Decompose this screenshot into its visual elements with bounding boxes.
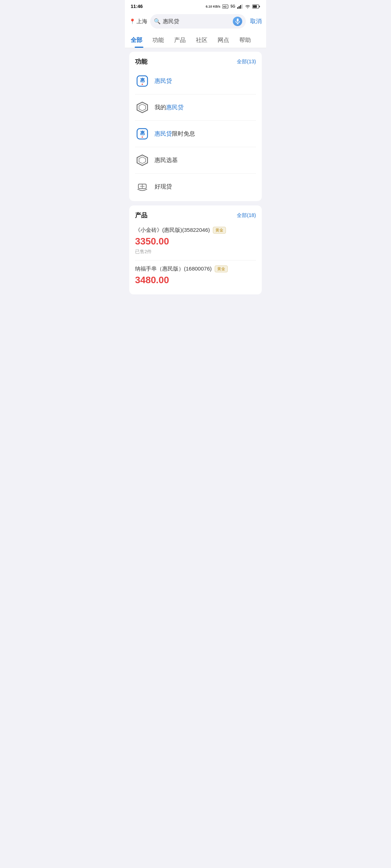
status-icons: 6.10 KB/s HD 5G (206, 4, 260, 9)
feature-name-huimin-loan: 惠民贷 (155, 77, 172, 85)
svg-rect-7 (259, 6, 260, 7)
feature-item-huimin-loan[interactable]: 惠 惠民贷 (135, 68, 256, 94)
location-icon: 📍 (129, 18, 135, 24)
feature-name-my-huimin-loan: 我的惠民贷 (155, 104, 184, 111)
huimin-loan-free-icon: 惠 (135, 127, 150, 141)
signal-icon (237, 4, 243, 9)
feature-item-my-huimin-loan[interactable]: 我的惠民贷 (135, 94, 256, 121)
product-title-row-1: 《小金砖》(惠民版)(35822046) 黄金 (135, 227, 256, 234)
svg-marker-16 (139, 104, 146, 111)
feature-name-haoxian-loan: 好现贷 (155, 183, 172, 191)
product-price-1: 3350.00 (135, 236, 256, 247)
svg-rect-3 (239, 6, 240, 9)
haoxian-loan-icon (135, 179, 150, 194)
header: 📍 上海 🔍 惠民贷 取消 (125, 11, 266, 32)
network-speed: 6.10 KB/s (206, 5, 220, 8)
svg-marker-20 (137, 155, 148, 166)
search-icon: 🔍 (154, 18, 161, 25)
feature-item-haoxian-loan[interactable]: 好现贷 (135, 174, 256, 195)
status-bar: 11:46 6.10 KB/s HD 5G (125, 0, 266, 11)
cancel-button[interactable]: 取消 (249, 18, 262, 25)
product-item-xiao-jin-zhuan[interactable]: 《小金砖》(惠民版)(35822046) 黄金 3350.00 已售2件 (135, 222, 256, 260)
svg-text:HD: HD (223, 5, 227, 8)
tab-product[interactable]: 产品 (169, 32, 191, 48)
tab-function[interactable]: 功能 (147, 32, 169, 48)
svg-text:惠: 惠 (140, 130, 145, 136)
svg-rect-8 (253, 5, 257, 8)
microphone-icon (235, 18, 240, 24)
location-selector[interactable]: 📍 上海 (129, 18, 147, 25)
svg-text:惠: 惠 (140, 77, 145, 83)
5g-label: 5G (231, 4, 235, 8)
tab-all[interactable]: 全部 (131, 32, 147, 48)
tab-outlet[interactable]: 网点 (213, 32, 234, 48)
tab-community[interactable]: 社区 (191, 32, 213, 48)
svg-point-19 (142, 136, 143, 138)
feature-item-huimin-fund[interactable]: 惠民选基 (135, 147, 256, 174)
svg-rect-5 (241, 4, 243, 9)
product-title-row-2: 纳福手串（惠民版）(16800076) 黄金 (135, 265, 256, 272)
product-more-link[interactable]: 全部(18) (237, 212, 256, 219)
feature-item-huimin-loan-free[interactable]: 惠 惠民贷限时免息 (135, 121, 256, 147)
product-name-1: 《小金砖》(惠民版)(35822046) (135, 227, 210, 234)
product-sold-1: 已售2件 (135, 248, 256, 255)
product-tag-2: 黄金 (215, 265, 228, 272)
product-tag-1: 黄金 (213, 227, 226, 234)
product-price-2: 3480.00 (135, 275, 256, 286)
svg-rect-9 (237, 18, 239, 22)
huimin-loan-icon: 惠 (135, 74, 150, 88)
svg-rect-2 (237, 7, 238, 9)
category-tabs: 全部 功能 产品 社区 网点 帮助 (125, 32, 266, 48)
product-section-title: 产品 (135, 211, 147, 220)
search-bar[interactable]: 🔍 惠民贷 (150, 14, 246, 29)
svg-point-14 (142, 84, 143, 85)
feature-section-title: 功能 (135, 58, 147, 66)
huimin-fund-icon (135, 153, 150, 167)
product-item-nafu-bracelet[interactable]: 纳福手串（惠民版）(16800076) 黄金 3480.00 (135, 260, 256, 289)
my-huimin-loan-icon (135, 100, 150, 115)
feature-name-huimin-fund: 惠民选基 (155, 157, 178, 164)
hd-icon: HD (222, 4, 229, 9)
location-text: 上海 (136, 18, 147, 25)
status-time: 11:46 (131, 4, 143, 9)
svg-marker-21 (139, 157, 146, 163)
feature-more-link[interactable]: 全部(13) (237, 59, 256, 65)
tab-help[interactable]: 帮助 (234, 32, 256, 48)
svg-marker-15 (137, 102, 148, 113)
feature-name-huimin-loan-free: 惠民贷限时免息 (155, 130, 195, 138)
svg-rect-4 (240, 5, 241, 9)
product-section-header: 产品 全部(18) (135, 211, 256, 220)
voice-search-button[interactable] (233, 17, 242, 26)
feature-section-header: 功能 全部(13) (135, 58, 256, 66)
battery-icon (252, 4, 260, 9)
wifi-icon (245, 4, 251, 9)
feature-section: 功能 全部(13) 惠 惠民贷 我的惠民贷 惠 (129, 52, 262, 201)
search-query-text: 惠民贷 (163, 18, 231, 25)
product-section: 产品 全部(18) 《小金砖》(惠民版)(35822046) 黄金 3350.0… (129, 205, 262, 294)
product-name-2: 纳福手串（惠民版）(16800076) (135, 265, 212, 272)
